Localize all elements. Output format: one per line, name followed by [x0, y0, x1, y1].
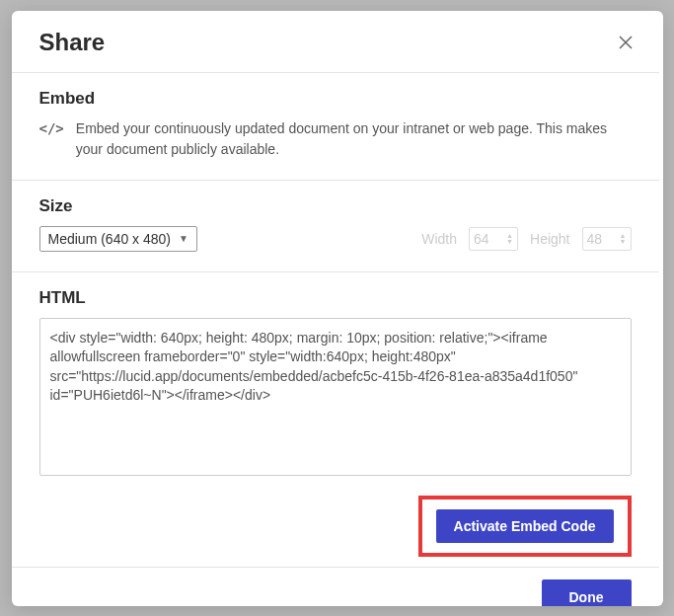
activate-row: Activate Embed Code: [39, 496, 632, 557]
done-button[interactable]: Done: [542, 579, 632, 606]
embed-section: Embed </> Embed your continuously update…: [12, 72, 659, 180]
share-modal: Share Embed </> Embed your continuously …: [12, 11, 663, 606]
modal-header: Share: [12, 11, 663, 72]
modal-body: Embed </> Embed your continuously update…: [12, 72, 663, 606]
code-icon: </>: [39, 120, 64, 136]
width-stepper[interactable]: ▲▼: [506, 233, 513, 245]
size-select-value: Medium (640 x 480): [48, 231, 172, 247]
width-label: Width: [421, 231, 457, 247]
size-row: Medium (640 x 480) ▼ Width 64 ▲▼ Height …: [39, 226, 632, 252]
modal-title: Share: [39, 29, 106, 56]
dimensions-group: Width 64 ▲▼ Height 48 ▲▼: [421, 227, 631, 251]
close-icon[interactable]: [616, 33, 636, 52]
width-value: 64: [474, 231, 489, 247]
size-title: Size: [39, 196, 632, 216]
embed-description: Embed your continuously updated document…: [76, 118, 632, 160]
width-input[interactable]: 64 ▲▼: [469, 227, 518, 251]
size-select[interactable]: Medium (640 x 480) ▼: [39, 226, 197, 252]
height-input[interactable]: 48 ▲▼: [582, 227, 632, 251]
modal-footer: Done: [12, 567, 659, 606]
activate-embed-button[interactable]: Activate Embed Code: [436, 509, 614, 543]
html-title: HTML: [39, 288, 632, 308]
height-value: 48: [587, 231, 603, 247]
highlight-annotation: Activate Embed Code: [418, 496, 632, 557]
height-stepper[interactable]: ▲▼: [620, 233, 627, 245]
embed-row: </> Embed your continuously updated docu…: [39, 118, 632, 160]
height-label: Height: [530, 231, 569, 247]
embed-title: Embed: [39, 89, 632, 109]
html-code-textarea[interactable]: [39, 318, 632, 476]
html-section: HTML Activate Embed Code: [12, 271, 659, 567]
chevron-down-icon: ▼: [179, 233, 188, 244]
size-section: Size Medium (640 x 480) ▼ Width 64 ▲▼ He…: [12, 180, 659, 271]
